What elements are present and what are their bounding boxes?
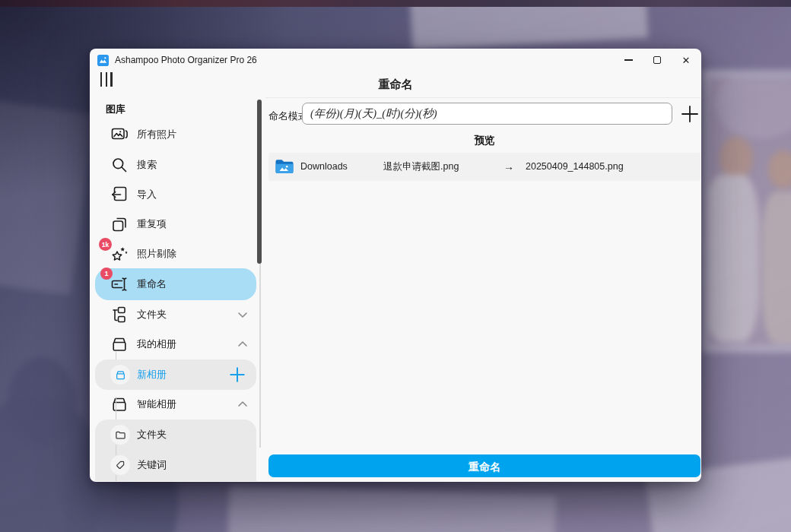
sidebar-scrollbar-thumb[interactable]	[257, 100, 262, 264]
sidebar-item-search[interactable]: 搜索	[95, 150, 256, 180]
rename-action-button[interactable]: 重命名	[268, 454, 700, 477]
maximize-button[interactable]	[643, 49, 672, 71]
preview-folder-name: Downloads	[300, 153, 348, 181]
chevron-up-icon[interactable]	[233, 395, 252, 413]
pattern-input[interactable]	[302, 103, 672, 125]
album-mini-icon	[110, 365, 130, 385]
sidebar-item-label: 重复项	[137, 209, 167, 239]
sidebar-item-label: 我的相册	[137, 329, 176, 359]
rename-arrow: →	[504, 153, 514, 181]
preview-row[interactable]: Downloads 退款申请截图.png → 20250409_144805.p…	[268, 153, 700, 181]
rename-count-badge: 1	[100, 268, 113, 280]
duplicates-icon	[110, 215, 129, 233]
app-logo-icon	[97, 55, 109, 66]
minimize-button[interactable]	[614, 49, 643, 71]
maximize-icon	[653, 56, 661, 64]
rename-icon	[110, 275, 129, 293]
sidebar-item-label: 导入	[137, 179, 157, 210]
sidebar-item-all-photos[interactable]: 所有照片	[95, 119, 256, 150]
keyword-tag-icon	[110, 455, 130, 475]
sidebar-item-label: 搜索	[137, 150, 157, 180]
sidebar-item-import[interactable]: 导入	[95, 179, 256, 210]
sidebar-item-label: 重命名	[137, 268, 167, 299]
close-icon: ✕	[682, 55, 691, 65]
sidebar-item-new-album[interactable]: 新相册	[95, 359, 256, 390]
sidebar-item-duplicates[interactable]: 重复项	[95, 209, 256, 239]
sidebar-item-folders-smart[interactable]: 文件夹	[137, 420, 167, 450]
album-box-icon	[110, 395, 129, 413]
preview-new-name: 20250409_144805.png	[526, 153, 624, 181]
add-pattern-button[interactable]	[681, 105, 699, 123]
sidebar-item-rename[interactable]: 重命名	[95, 268, 256, 300]
tree-connector	[116, 445, 117, 455]
page-title: 重命名	[91, 78, 700, 92]
tree-connector	[116, 475, 117, 482]
sidebar-item-label: 所有照片	[137, 119, 176, 150]
preview-title: 预览	[268, 134, 700, 147]
add-album-button[interactable]	[229, 366, 246, 383]
chevron-down-icon[interactable]	[233, 306, 252, 324]
sidebar-item-folders[interactable]: 文件夹	[95, 299, 256, 330]
downloads-folder-icon	[275, 159, 294, 175]
star-cull-icon	[110, 245, 129, 263]
sidebar-item-photo-culling[interactable]: 照片剔除	[95, 239, 256, 269]
chevron-up-icon[interactable]	[233, 335, 252, 353]
sidebar-item-label: 智能相册	[137, 389, 176, 420]
folder-icon	[110, 425, 130, 445]
sidebar-item-my-albums[interactable]: 我的相册	[95, 329, 256, 359]
close-button[interactable]: ✕	[672, 49, 700, 71]
app-window: Ashampoo Photo Organizer Pro 26 ✕ 重命名 图库	[90, 49, 701, 482]
folder-tree-icon	[110, 306, 129, 324]
header-divider	[265, 97, 701, 98]
sidebar-item-label: 新相册	[137, 359, 167, 390]
album-box-icon	[110, 335, 129, 353]
desktop: Ashampoo Photo Organizer Pro 26 ✕ 重命名 图库	[0, 0, 791, 532]
sidebar-item-keywords[interactable]: 关键词	[137, 450, 167, 480]
search-icon	[110, 156, 129, 174]
smart-albums-group: 文件夹 关键词	[95, 420, 256, 482]
photos-icon	[110, 125, 129, 144]
sidebar-item-label: 文件夹	[137, 299, 167, 330]
preview-old-name: 退款申请截图.png	[383, 153, 459, 181]
sidebar-item-smart-albums[interactable]: 智能相册	[95, 389, 256, 420]
title-bar: Ashampoo Photo Organizer Pro 26 ✕	[91, 49, 700, 71]
minimize-icon	[624, 59, 633, 61]
window-title: Ashampoo Photo Organizer Pro 26	[115, 55, 257, 65]
culling-count-badge: 1k	[99, 238, 112, 251]
sidebar-item-label: 照片剔除	[137, 239, 176, 269]
import-icon	[110, 185, 129, 204]
sidebar-section-gallery: 图库	[106, 103, 125, 116]
